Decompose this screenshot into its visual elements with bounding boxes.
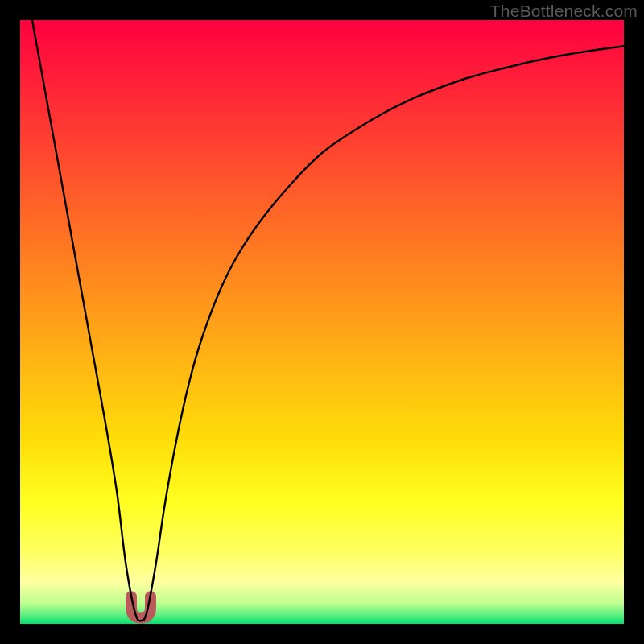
watermark-text: TheBottleneck.com [490,2,638,21]
gradient-background [20,20,624,624]
chart-svg [20,20,624,624]
outer-frame: TheBottleneck.com [0,0,644,644]
plot-area [20,20,624,624]
